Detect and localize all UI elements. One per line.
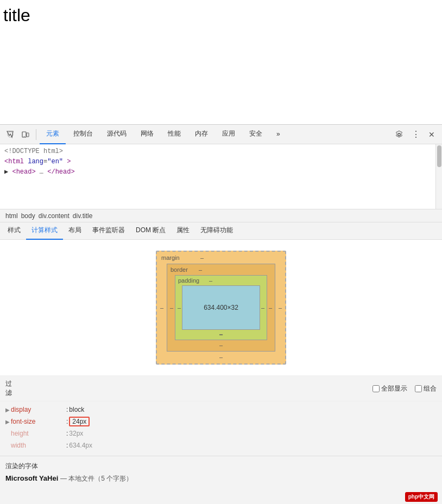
- padding-right-val: –: [261, 304, 264, 311]
- content-box: 634.400×32: [182, 285, 260, 330]
- settings-icon[interactable]: [392, 127, 406, 142]
- style-arrow[interactable]: ▶: [5, 419, 10, 425]
- tab-properties[interactable]: 属性: [171, 222, 195, 240]
- content-size: 634.400×32: [204, 304, 238, 311]
- tab-event-listeners[interactable]: 事件监听器: [87, 222, 130, 240]
- style-prop: display: [11, 406, 65, 413]
- padding-label: padding: [178, 277, 199, 284]
- inspect-icon[interactable]: [3, 127, 17, 142]
- filter-row: 过滤 全部显示 组合: [0, 376, 442, 401]
- filter-checkbox-group: 全部显示 组合: [372, 384, 437, 393]
- svg-point-3: [24, 136, 24, 136]
- border-label: border: [171, 266, 188, 273]
- page-content-area: title: [0, 0, 442, 125]
- padding-top-val: –: [209, 277, 212, 284]
- tab-memory[interactable]: 内存: [188, 125, 214, 144]
- tab-sources[interactable]: 源代码: [100, 125, 133, 144]
- scrollbar-thumb: [437, 145, 441, 167]
- tab-application[interactable]: 应用: [216, 125, 242, 144]
- style-prop: width: [11, 442, 65, 449]
- padding-box: padding – – – – 634.400×32 –: [175, 275, 267, 340]
- margin-top-val: –: [200, 254, 204, 261]
- style-arrow[interactable]: ▶: [5, 407, 10, 413]
- elements-panel: <!DOCTYPE html> <html lang="en" > ▶ <hea…: [0, 144, 442, 209]
- content-bottom-dash: –: [219, 330, 223, 337]
- tab-accessibility[interactable]: 无障碍功能: [195, 222, 238, 240]
- tab-computed[interactable]: 计算样式: [26, 222, 63, 240]
- tab-dom-breakpoints[interactable]: DOM 断点: [130, 222, 171, 240]
- html-line-html: <html lang="en" >: [4, 157, 438, 167]
- close-icon[interactable]: ✕: [425, 127, 439, 142]
- style-val: 24px: [69, 417, 90, 426]
- margin-left-val: –: [160, 304, 163, 311]
- elements-scrollbar[interactable]: [435, 144, 442, 209]
- php-watermark: php中文网: [405, 492, 438, 502]
- style-prop: font-size: [11, 418, 65, 425]
- tab-network[interactable]: 网络: [134, 125, 160, 144]
- style-row-2: ▶ height: 32px: [5, 428, 437, 439]
- border-bottom-val: –: [219, 342, 223, 348]
- toolbar-right: ⋮ ✕: [392, 127, 439, 142]
- box-model-diagram: margin – – – – border – – – – padding –: [156, 251, 286, 365]
- more-options-icon[interactable]: ⋮: [408, 127, 422, 142]
- group-checkbox[interactable]: [415, 385, 422, 392]
- tab-performance[interactable]: 性能: [161, 125, 187, 144]
- border-top-val: –: [199, 266, 202, 273]
- style-row-1: ▶ font-size: 24px: [5, 416, 437, 428]
- tab-styles[interactable]: 样式: [2, 222, 26, 240]
- box-model-area: margin – – – – border – – – – padding –: [0, 240, 442, 376]
- border-box: border – – – – padding – – – – 634.4: [167, 264, 275, 352]
- tab-layout[interactable]: 布局: [63, 222, 87, 240]
- page-title: title: [3, 5, 439, 25]
- tab-more[interactable]: »: [270, 125, 287, 144]
- margin-box: margin – – – – border – – – – padding –: [156, 251, 286, 365]
- style-val: 32px: [69, 430, 83, 437]
- style-row-3: ▶ width: 634.4px: [5, 439, 437, 451]
- padding-left-val: –: [178, 304, 181, 311]
- svg-rect-2: [27, 133, 29, 137]
- rendered-font-title: 渲染的字体: [5, 462, 437, 471]
- style-row-0: ▶ display: block: [5, 404, 437, 416]
- rendered-font-name: Microsoft YaHei — 本地文件（5 个字形）: [5, 474, 437, 483]
- margin-label: margin: [161, 254, 180, 261]
- breadcrumb-div-title[interactable]: div.title: [72, 212, 93, 220]
- breadcrumb-body[interactable]: body: [20, 212, 36, 220]
- tab-security[interactable]: 安全: [243, 125, 269, 144]
- breadcrumb: html body div.content div.title: [0, 209, 442, 222]
- filter-show-all: 全部显示: [372, 384, 407, 393]
- filter-group: 组合: [415, 384, 437, 393]
- devtools-panel: 元素 控制台 源代码 网络 性能 内存 应用 安全 »: [0, 124, 442, 504]
- tab-elements[interactable]: 元素: [40, 125, 66, 144]
- style-prop: height: [11, 430, 65, 437]
- device-icon[interactable]: [18, 127, 33, 142]
- style-val: 634.4px: [69, 442, 92, 449]
- border-left-val: –: [170, 304, 173, 311]
- styles-tabs: 样式 计算样式 布局 事件监听器 DOM 断点 属性 无障碍功能: [0, 222, 442, 240]
- html-line-head: ▶ <head> … </head>: [4, 167, 438, 177]
- devtools-toolbar: 元素 控制台 源代码 网络 性能 内存 应用 安全 »: [0, 125, 442, 144]
- style-val: block: [69, 406, 84, 413]
- breadcrumb-html[interactable]: html: [4, 212, 19, 220]
- margin-right-val: –: [279, 304, 282, 311]
- breadcrumb-div-content[interactable]: div.content: [37, 212, 71, 220]
- elements-content: <!DOCTYPE html> <html lang="en" > ▶ <hea…: [0, 144, 442, 180]
- show-all-checkbox[interactable]: [372, 385, 380, 392]
- rendered-font-section: 渲染的字体 Microsoft YaHei — 本地文件（5 个字形）: [0, 456, 442, 487]
- margin-bottom-val: –: [219, 354, 223, 360]
- filter-label: 过滤: [5, 379, 12, 398]
- html-line-doctype: <!DOCTYPE html>: [4, 146, 438, 157]
- rendered-font-source: — 本地文件（5 个字形）: [60, 475, 132, 482]
- tab-console[interactable]: 控制台: [67, 125, 99, 144]
- border-right-val: –: [269, 304, 272, 311]
- toolbar-divider: [36, 129, 36, 140]
- styles-list: ▶ display: block▶ font-size: 24px▶ heigh…: [0, 401, 442, 454]
